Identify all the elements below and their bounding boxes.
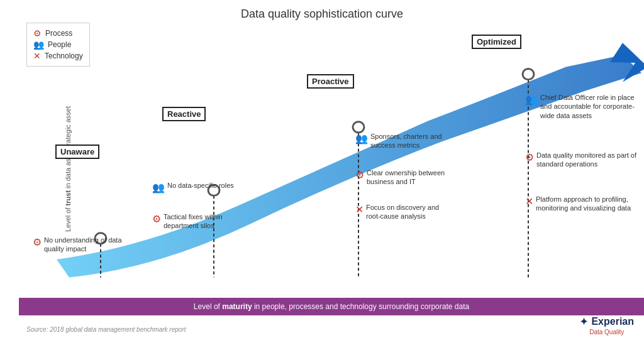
main-container: Data quality sophistication curve ⚙ Proc… — [0, 0, 644, 338]
stage-optimized: Optimized — [472, 35, 521, 49]
tech-icon: ✕ — [33, 51, 41, 61]
x-axis-bar: Level of maturity in people, processes a… — [19, 298, 644, 315]
bullet-optimized-2-text: Data quality monitored as part of standa… — [536, 151, 637, 169]
legend-people-label: People — [48, 40, 71, 49]
bullet-reactive-2-text: Tactical fixes within department silos — [164, 212, 245, 231]
experian-logo: ✦ Experian Data Quality — [579, 315, 634, 335]
legend-process: ⚙ Process — [33, 28, 83, 38]
stage-reactive: Reactive — [162, 107, 206, 121]
svg-point-8 — [523, 68, 534, 79]
stage-proactive: Proactive — [307, 74, 354, 89]
bullet-proactive-3: ✕ Focus on discovery and root-cause anal… — [355, 203, 448, 221]
bullet-tech-icon-o3: ✕ — [525, 195, 533, 209]
bullet-reactive-2: ⚙ Tactical fixes within department silos — [152, 212, 245, 231]
bullet-people-icon-p1: 👥 — [355, 133, 368, 146]
bullet-optimized-3-text: Platform approach to profiling, monitori… — [536, 195, 636, 213]
legend-people: 👥 People — [33, 40, 83, 50]
x-axis-label: Level of maturity in people, processes a… — [194, 302, 469, 311]
source-text: Source: 2018 global data management benc… — [26, 326, 186, 333]
bullet-process-icon-o2: ⚙ — [525, 151, 534, 165]
experian-icon: ✦ — [579, 315, 589, 329]
experian-subtitle: Data Quality — [589, 329, 624, 335]
bullet-optimized-1-text: Chief Data Officer role in place and acc… — [540, 93, 641, 120]
legend-box: ⚙ Process 👥 People ✕ Technology — [26, 23, 90, 67]
bullet-optimized-1: 👥 Chief Data Officer role in place and a… — [525, 93, 641, 120]
legend-tech: ✕ Technology — [33, 51, 83, 61]
bullet-proactive-3-text: Focus on discovery and root-cause analys… — [366, 203, 448, 221]
bullet-optimized-3: ✕ Platform approach to profiling, monito… — [525, 195, 636, 213]
bullet-proactive-2-text: Clear ownership between business and IT — [367, 168, 448, 187]
experian-name: Experian — [591, 316, 634, 327]
svg-point-7 — [353, 122, 364, 133]
legend-tech-label: Technology — [45, 52, 83, 60]
bullet-unaware-1: ⚙ No understanding of data quality impac… — [33, 236, 126, 254]
process-icon: ⚙ — [33, 28, 42, 38]
stage-unaware: Unaware — [55, 144, 99, 159]
bullet-people-icon-o1: 👥 — [525, 94, 538, 107]
bullet-reactive-1-text: No data-specific roles — [167, 181, 234, 190]
bullet-proactive-1: 👥 Sponsors, charters and success metrics — [355, 132, 452, 150]
bullet-proactive-2: ⚙ Clear ownership between business and I… — [355, 168, 448, 187]
bullet-proactive-1-text: Sponsors, charters and success metrics — [370, 132, 452, 150]
bullet-tech-icon-p3: ✕ — [355, 204, 364, 217]
legend-process-label: Process — [45, 29, 72, 38]
people-icon: 👥 — [33, 40, 44, 50]
bullet-unaware-1-text: No understanding of data quality impact — [44, 236, 126, 254]
bullet-reactive-1: 👥 No data-specific roles — [152, 181, 234, 195]
bullet-process-icon-p2: ⚙ — [355, 169, 364, 182]
bullet-people-icon-r1: 👥 — [152, 182, 165, 195]
bullet-process-icon: ⚙ — [33, 236, 42, 249]
bullet-optimized-2: ⚙ Data quality monitored as part of stan… — [525, 151, 637, 169]
bullet-process-icon-r2: ⚙ — [152, 213, 161, 226]
